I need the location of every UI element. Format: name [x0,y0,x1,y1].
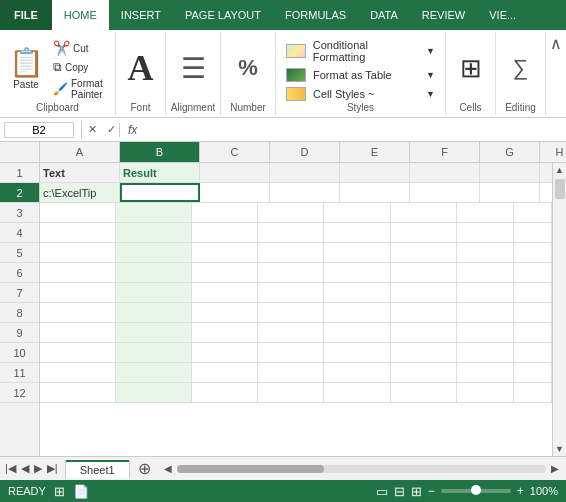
zoom-slider[interactable] [441,489,511,493]
cell-d9[interactable] [258,323,324,342]
cell-h7[interactable] [514,283,552,302]
cell-c9[interactable] [192,323,258,342]
cell-a12[interactable] [40,383,116,402]
cell-d1[interactable] [270,163,340,182]
paste-button[interactable]: 📋 Paste [4,42,48,94]
cell-a5[interactable] [40,243,116,262]
cell-a2[interactable]: c:\ExcelTip [40,183,120,202]
confirm-icon[interactable]: ✓ [104,122,119,137]
cell-e3[interactable] [324,203,390,222]
cell-e8[interactable] [324,303,390,322]
cell-a6[interactable] [40,263,116,282]
format-painter-button[interactable]: 🖌️ Format Painter [50,77,111,101]
cell-a3[interactable] [40,203,116,222]
name-box[interactable] [4,122,74,138]
row-header-7[interactable]: 7 [0,283,39,303]
cell-e2[interactable] [340,183,410,202]
cell-d7[interactable] [258,283,324,302]
sheet-nav-last[interactable]: ▶| [45,461,60,476]
row-header-9[interactable]: 9 [0,323,39,343]
cell-e6[interactable] [324,263,390,282]
scroll-down-button[interactable]: ▼ [553,442,566,456]
tab-home[interactable]: HOME [52,0,109,30]
format-as-table-button[interactable]: Format as Table ▼ [282,67,439,83]
tab-data[interactable]: DATA [358,0,410,30]
tab-view[interactable]: VIE... [477,0,528,30]
sheet-nav-first[interactable]: |◀ [3,461,18,476]
cell-g9[interactable] [457,323,514,342]
cell-g7[interactable] [457,283,514,302]
cell-b3[interactable] [116,203,192,222]
cell-h10[interactable] [514,343,552,362]
col-header-h[interactable]: H [540,142,566,162]
cell-b10[interactable] [116,343,192,362]
col-header-e[interactable]: E [340,142,410,162]
cell-g10[interactable] [457,343,514,362]
cell-d12[interactable] [258,383,324,402]
scrollbar-thumb-v[interactable] [555,179,565,199]
cell-h6[interactable] [514,263,552,282]
tab-review[interactable]: REVIEW [410,0,477,30]
h-scrollbar-thumb[interactable] [177,465,325,473]
cell-b11[interactable] [116,363,192,382]
cell-f5[interactable] [391,243,457,262]
zoom-in-button[interactable]: + [517,484,524,498]
cell-g5[interactable] [457,243,514,262]
cell-b12[interactable] [116,383,192,402]
cell-b7[interactable] [116,283,192,302]
cell-c7[interactable] [192,283,258,302]
h-scroll-left[interactable]: ◀ [161,462,175,475]
cell-b5[interactable] [116,243,192,262]
cell-d4[interactable] [258,223,324,242]
cell-d6[interactable] [258,263,324,282]
cell-c12[interactable] [192,383,258,402]
cell-g8[interactable] [457,303,514,322]
cell-e5[interactable] [324,243,390,262]
row-header-8[interactable]: 8 [0,303,39,323]
tab-formulas[interactable]: FORMULAS [273,0,358,30]
row-header-6[interactable]: 6 [0,263,39,283]
cell-h9[interactable] [514,323,552,342]
add-sheet-button[interactable]: ⊕ [132,459,157,478]
cell-e7[interactable] [324,283,390,302]
vertical-scrollbar[interactable]: ▲ ▼ [552,163,566,456]
cell-h11[interactable] [514,363,552,382]
cell-g1[interactable] [480,163,540,182]
cell-a9[interactable] [40,323,116,342]
cell-b2[interactable] [120,183,200,202]
cell-d11[interactable] [258,363,324,382]
cell-c11[interactable] [192,363,258,382]
cell-a10[interactable] [40,343,116,362]
cell-c2[interactable] [200,183,270,202]
ribbon-collapse-button[interactable]: ∧ [546,32,566,115]
row-header-12[interactable]: 12 [0,383,39,403]
cell-c5[interactable] [192,243,258,262]
cell-f7[interactable] [391,283,457,302]
tab-page-layout[interactable]: PAGE LAYOUT [173,0,273,30]
zoom-out-button[interactable]: − [428,484,435,498]
row-header-2[interactable]: 2 [0,183,39,203]
formula-input[interactable] [145,124,566,136]
cell-h3[interactable] [514,203,552,222]
row-header-10[interactable]: 10 [0,343,39,363]
cell-h12[interactable] [514,383,552,402]
sheet-tab-sheet1[interactable]: Sheet1 [65,460,130,478]
cell-b9[interactable] [116,323,192,342]
row-header-5[interactable]: 5 [0,243,39,263]
cell-a11[interactable] [40,363,116,382]
col-header-g[interactable]: G [480,142,540,162]
cell-f9[interactable] [391,323,457,342]
cell-g2[interactable] [480,183,540,202]
cut-button[interactable]: ✂️ Cut [50,39,111,57]
status-icon-table[interactable]: ⊞ [54,484,65,499]
cell-f10[interactable] [391,343,457,362]
cell-a8[interactable] [40,303,116,322]
tab-file[interactable]: FILE [0,0,52,30]
status-icon-page[interactable]: 📄 [73,484,89,499]
row-header-11[interactable]: 11 [0,363,39,383]
cell-f3[interactable] [391,203,457,222]
cell-d2[interactable] [270,183,340,202]
conditional-formatting-button[interactable]: Conditional Formatting ▼ [282,38,439,64]
cell-a7[interactable] [40,283,116,302]
cell-a4[interactable] [40,223,116,242]
